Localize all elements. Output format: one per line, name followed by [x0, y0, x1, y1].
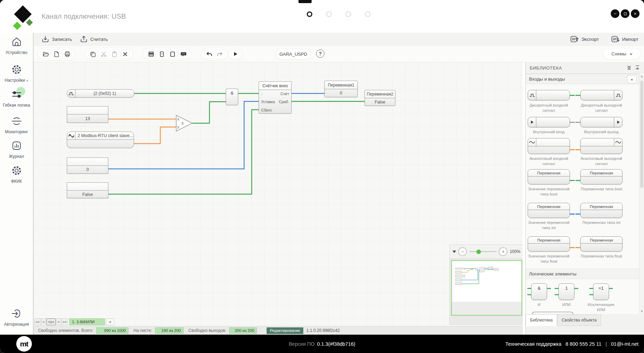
zoom-slider-knob[interactable] — [476, 250, 481, 254]
restore-button[interactable] — [621, 9, 629, 18]
support-label: Техническая поддержка — [506, 341, 562, 347]
frame-info-button[interactable] — [157, 49, 167, 59]
import-button[interactable]: Импорт — [611, 35, 638, 43]
sheet-setup-button[interactable] — [146, 49, 156, 59]
minimize-button[interactable]: − — [611, 9, 619, 18]
minimap-preview — [452, 261, 521, 309]
sidebar-item-settings[interactable]: Настройки ∨ — [0, 63, 33, 83]
sidebar-item-label: Авторизация — [0, 322, 33, 327]
minimap[interactable] — [449, 259, 523, 325]
collapse-section-button[interactable]: ▲ — [627, 75, 637, 83]
sidebar-item-device[interactable]: Устройство — [0, 36, 33, 55]
lib-item-caption: И — [527, 302, 551, 307]
lib-item-xor[interactable]: =1 — [593, 283, 609, 300]
sidebar-item-authorization[interactable]: Авторизация — [0, 307, 33, 327]
close-button[interactable]: × — [631, 9, 639, 18]
scheme-name-field[interactable]: GARA_USPD — [276, 49, 311, 59]
lib-item-var-float[interactable]: Переменная — [580, 236, 623, 252]
lib-item-internal-input[interactable] — [528, 117, 570, 127]
lib-item-var-value-int[interactable]: Переменная — [528, 203, 570, 218]
block-counter[interactable]: Счётчик вниз - Уставка Сброс Счёт Сраб. — [259, 81, 292, 114]
lib-item-analog-output[interactable] — [580, 138, 623, 154]
current-sheet-button[interactable]: <o> — [46, 318, 56, 325]
schemes-dropdown[interactable]: Схемы ∨ — [603, 48, 641, 59]
variable-header: Переменная — [581, 170, 622, 176]
sidebar-item-label: Журнал — [0, 154, 33, 159]
variable-header: Переменная — [581, 203, 622, 210]
lib-item-var-int[interactable]: Переменная — [580, 203, 623, 218]
lib-item-var-value-bool[interactable]: Переменная — [528, 169, 570, 184]
lib-item-analog-input[interactable] — [528, 138, 570, 154]
block-variable2[interactable]: Переменная2 False — [365, 90, 395, 106]
carousel-dot-3[interactable] — [346, 11, 351, 17]
tab-object-properties[interactable]: Свойства объекта — [557, 314, 601, 326]
new-file-button[interactable] — [52, 49, 61, 59]
collapse-caret-icon[interactable] — [453, 251, 456, 253]
zoom-slider[interactable] — [469, 251, 497, 252]
section-logic-elements[interactable]: Логические элементы ▲ — [526, 269, 639, 279]
lib-item-var-bool[interactable]: Переменная — [580, 169, 623, 184]
variable-value: False — [365, 98, 395, 106]
delete-button[interactable] — [120, 49, 130, 59]
block-const-0[interactable]: 0 — [67, 157, 108, 174]
library-scrollbar[interactable]: ▲ ▼ — [639, 74, 644, 314]
lib-item-discrete-input[interactable] — [528, 90, 570, 100]
sidebar-item-monitoring[interactable]: Мониторинг — [0, 115, 33, 134]
lib-item-var-value-float[interactable]: Переменная — [528, 236, 570, 252]
edit-group — [85, 48, 133, 60]
zoom-in-button[interactable]: + — [499, 247, 508, 256]
tab-library[interactable]: Библиотека — [526, 314, 557, 326]
zoom-out-button[interactable]: − — [458, 247, 467, 256]
sheet-tab-active[interactable]: 1. 3-8И/ИЛИ — [69, 318, 105, 325]
minimap-viewport — [451, 260, 522, 316]
carousel-dot-4[interactable] — [365, 11, 370, 17]
print-button[interactable] — [62, 49, 72, 59]
block-and-gate[interactable]: & — [226, 89, 238, 105]
open-file-button[interactable] — [41, 49, 51, 59]
carousel-dot-1[interactable] — [307, 11, 312, 17]
copy-button[interactable] — [88, 49, 98, 59]
scroll-down-icon[interactable]: ▼ — [639, 310, 644, 313]
frame-button[interactable] — [168, 49, 177, 59]
block-variable1[interactable]: Переменная1 0 — [324, 81, 358, 97]
sidebar-item-fkik[interactable]: ФКИК — [0, 164, 33, 184]
cut-button[interactable] — [99, 49, 108, 59]
export-button[interactable]: Экспорт — [570, 35, 599, 43]
play-icon — [528, 117, 536, 127]
section-inputs-outputs[interactable]: Входы и выходы ▲ — [526, 74, 639, 84]
help-button[interactable]: ? — [316, 49, 324, 58]
next-sheet-button[interactable]: > — [56, 318, 61, 325]
sidebar-item-flex-logic[interactable]: Гибкая логика — [0, 88, 33, 108]
sidebar-item-journal[interactable]: Журнал — [0, 139, 33, 159]
comment-button[interactable] — [178, 49, 188, 59]
redo-button[interactable] — [215, 49, 225, 59]
play-button[interactable] — [231, 49, 240, 59]
undo-button[interactable] — [204, 49, 214, 59]
carousel-dot-2[interactable] — [326, 11, 332, 17]
paste-button[interactable] — [109, 49, 119, 59]
block-modbus[interactable]: 2 Modbus-RTU client slave... — [67, 132, 134, 148]
support-email[interactable]: 01@i-mt.net — [611, 341, 638, 347]
write-button[interactable]: Записать — [41, 35, 72, 43]
block-discrete-input[interactable]: (2 (0x02) 1) — [67, 89, 134, 98]
scroll-up-icon[interactable]: ▲ — [639, 75, 644, 78]
block-comparator[interactable]: x y ≥ — [176, 115, 193, 132]
collapse-all-icon[interactable] — [627, 65, 632, 71]
add-sheet-button[interactable]: + — [106, 318, 114, 325]
lib-item-internal-output[interactable] — [580, 117, 623, 127]
expand-all-icon[interactable] — [635, 65, 640, 71]
lib-item-discrete-output[interactable] — [580, 90, 623, 100]
port-stub — [570, 180, 575, 181]
block-const-13[interactable]: 13 — [67, 106, 108, 123]
scrollbar-thumb[interactable] — [640, 81, 643, 188]
lib-item-and[interactable]: & — [531, 283, 547, 300]
last-sheet-button[interactable]: >> — [61, 318, 68, 325]
first-sheet-button[interactable]: << — [34, 318, 41, 325]
block-value: False — [67, 191, 108, 198]
read-button[interactable]: Считать — [80, 35, 108, 43]
lib-item-or[interactable]: 1 — [558, 283, 574, 300]
prev-sheet-button[interactable]: < — [41, 318, 46, 325]
counter-title: Счётчик вниз — [259, 82, 291, 90]
diagram-canvas[interactable]: (2 (0x02) 1) 13 2 Modbus-RTU client slav… — [34, 62, 523, 326]
block-const-false[interactable]: False — [67, 182, 108, 198]
